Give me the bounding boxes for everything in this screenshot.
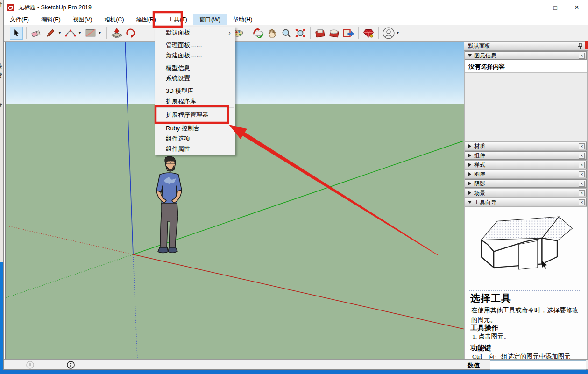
pencil-dropdown-arrow[interactable]: ▼ xyxy=(58,31,62,35)
pencil-tool-button[interactable] xyxy=(44,27,57,40)
section-entity-info[interactable]: 图元信息 × xyxy=(465,51,587,60)
menu-edit[interactable]: 编辑(E) xyxy=(35,14,67,25)
section-components[interactable]: 组件 × xyxy=(465,151,587,160)
menu-item-3d-warehouse[interactable]: 3D 模型库 xyxy=(155,86,235,96)
eraser-icon xyxy=(31,29,42,37)
menu-item-component-attributes[interactable]: 组件属性 xyxy=(155,144,235,154)
collapsed-icon xyxy=(468,154,471,157)
measurement-input[interactable] xyxy=(490,360,586,370)
section-shadows[interactable]: 阴影 × xyxy=(465,179,587,188)
menu-item-default-tray[interactable]: 默认面板 › xyxy=(155,28,235,38)
title-bar: 无标题 - SketchUp Pro 2019 — □ × xyxy=(4,0,588,14)
section-layers[interactable]: 图层 × xyxy=(465,170,587,178)
rectangle-tool-button[interactable] xyxy=(84,27,97,40)
credits-icon[interactable] xyxy=(67,361,75,369)
section-label: 场景 xyxy=(474,189,485,197)
close-section-icon[interactable]: × xyxy=(579,199,585,205)
geolocation-icon[interactable] xyxy=(26,361,34,369)
close-section-icon[interactable]: × xyxy=(579,53,585,59)
eraser-tool-button[interactable] xyxy=(30,27,43,40)
account-dropdown-arrow[interactable]: ▼ xyxy=(396,31,400,35)
instructor-operation-step: 1. 点击图元。 xyxy=(472,332,510,341)
collapsed-icon xyxy=(468,182,471,185)
extension-gem-icon xyxy=(363,28,374,38)
close-section-icon[interactable]: × xyxy=(579,171,585,177)
collapsed-icon xyxy=(468,163,471,167)
menu-window[interactable]: 窗口(W) xyxy=(193,14,227,25)
instructor-house-image xyxy=(475,211,578,285)
partial-char: 维 xyxy=(0,1,2,9)
menu-item-component-options[interactable]: 组件选项 xyxy=(155,134,235,144)
rotate-tool-button[interactable] xyxy=(124,27,137,40)
zoom-icon xyxy=(282,28,291,38)
menu-item-ruby-console[interactable]: Ruby 控制台 xyxy=(155,123,235,134)
rotate-icon xyxy=(126,28,136,38)
maximize-button[interactable]: □ xyxy=(545,0,566,14)
menu-view[interactable]: 视图(V) xyxy=(67,14,99,25)
toolbar: ▼ ▼ ▼ xyxy=(4,25,588,42)
close-section-icon[interactable]: × xyxy=(579,181,585,187)
pencil-icon xyxy=(46,28,55,38)
menu-tools[interactable]: 工具(T) xyxy=(162,14,193,25)
close-section-icon[interactable]: × xyxy=(579,153,585,159)
measurement-label: 数值 xyxy=(468,361,480,370)
menu-camera[interactable]: 相机(C) xyxy=(98,14,130,25)
arc-dropdown-arrow[interactable]: ▼ xyxy=(78,31,82,35)
orbit-tool-button[interactable] xyxy=(252,27,265,40)
instructor-keys-line: Ctrl = 向一组选定的图元中添加图元 xyxy=(472,353,571,359)
extension-warehouse-button[interactable] xyxy=(362,27,375,40)
screen: 维 转 费 重 无标题 - SketchUp Pro 2019 — □ × 文件… xyxy=(0,0,588,374)
menu-item-manage-trays[interactable]: 管理面板…… xyxy=(155,40,235,50)
share-component-button[interactable] xyxy=(342,27,355,40)
minimize-button[interactable]: — xyxy=(523,0,545,14)
tray-title: 默认面板 xyxy=(468,42,490,50)
menu-file[interactable]: 文件(F) xyxy=(4,14,35,25)
menu-item-preferences[interactable]: 系统设置 xyxy=(155,73,235,84)
instructor-divider xyxy=(469,290,581,291)
sketchup-window: 无标题 - SketchUp Pro 2019 — □ × 文件(F) 编辑(E… xyxy=(3,0,588,370)
section-instructor[interactable]: 工具向导 × xyxy=(465,198,587,206)
window-title: 无标题 - SketchUp Pro 2019 xyxy=(18,4,92,12)
close-section-icon[interactable]: × xyxy=(579,143,585,149)
status-separator xyxy=(462,361,462,368)
section-styles[interactable]: 样式 × xyxy=(465,161,587,169)
3d-warehouse-button[interactable] xyxy=(314,27,327,40)
menu-item-extension-warehouse[interactable]: 扩展程序库 xyxy=(155,96,235,106)
submenu-arrow-icon: › xyxy=(228,28,231,38)
menu-help[interactable]: 帮助(H) xyxy=(227,14,258,25)
select-tool-button[interactable] xyxy=(10,27,23,40)
section-materials[interactable]: 材质 × xyxy=(465,142,587,150)
select-cursor-icon xyxy=(13,29,21,37)
section-scenes[interactable]: 场景 × xyxy=(465,189,587,197)
menu-item-extension-manager[interactable]: 扩展程序管理器 xyxy=(155,109,235,121)
partial-char: 转 xyxy=(0,62,2,70)
close-section-icon[interactable]: × xyxy=(579,190,585,196)
tray-header[interactable]: 默认面板 xyxy=(464,42,588,51)
pan-tool-button[interactable] xyxy=(266,27,279,40)
status-bar: 数值 xyxy=(4,359,588,369)
instructor-content[interactable]: 选择工具 在使用其他工具或命令时，选择要修改的图元。 工具操作 1. 点击图元。… xyxy=(465,207,587,359)
section-label: 样式 xyxy=(474,161,485,169)
rectangle-dropdown-arrow[interactable]: ▼ xyxy=(98,31,102,35)
share-component-icon xyxy=(342,28,354,38)
partial-char: 费 xyxy=(0,71,2,79)
arc-tool-button[interactable] xyxy=(64,27,77,40)
pushpull-tool-button[interactable] xyxy=(110,27,123,40)
menu-item-model-info[interactable]: 模型信息 xyxy=(155,63,235,73)
close-section-icon[interactable]: × xyxy=(579,162,585,168)
entity-info-empty-area xyxy=(465,73,587,141)
menu-draw[interactable]: 绘图(R) xyxy=(130,14,162,25)
menu-item-new-tray[interactable]: 新建面板…… xyxy=(155,50,235,61)
partial-char: 重 xyxy=(0,102,2,110)
status-caret xyxy=(99,361,99,368)
collapsed-icon xyxy=(468,144,471,148)
share-model-button[interactable] xyxy=(328,27,341,40)
account-button[interactable] xyxy=(382,27,395,40)
pin-icon[interactable] xyxy=(578,43,583,49)
close-button[interactable]: × xyxy=(566,0,588,14)
zoom-tool-button[interactable] xyxy=(280,27,293,40)
menu-item-label: 默认面板 xyxy=(166,29,190,36)
menu-bar: 文件(F) 编辑(E) 视图(V) 相机(C) 绘图(R) 工具(T) 窗口(W… xyxy=(4,14,588,25)
zoom-extents-button[interactable] xyxy=(294,27,307,40)
instructor-keys-heading: 功能键 xyxy=(470,344,491,353)
